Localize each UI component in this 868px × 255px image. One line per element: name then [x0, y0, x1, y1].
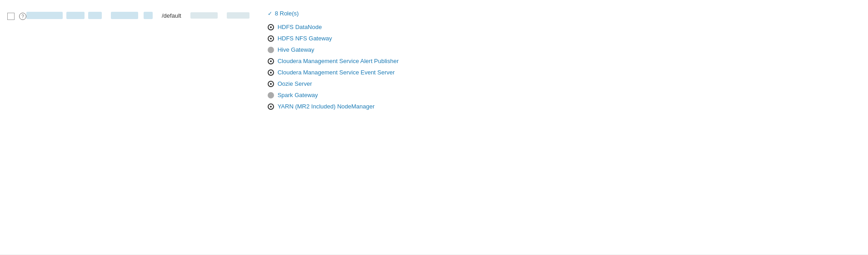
- blur-mid-1: [111, 12, 138, 19]
- blur-block-1: [26, 12, 63, 19]
- help-icon[interactable]: ?: [19, 13, 26, 20]
- middle-section: /default: [111, 5, 249, 19]
- role-label[interactable]: Spark Gateway: [278, 92, 318, 98]
- role-inactive-icon: [268, 92, 274, 98]
- blur-block-3: [88, 12, 102, 19]
- roles-header[interactable]: ✓ 8 Role(s): [268, 10, 861, 17]
- role-active-icon: [268, 58, 274, 64]
- role-label[interactable]: YARN (MR2 Included) NodeManager: [278, 103, 375, 110]
- role-item[interactable]: HDFS DataNode: [268, 21, 861, 33]
- role-label[interactable]: HDFS NFS Gateway: [278, 35, 332, 42]
- role-active-icon: [268, 24, 274, 30]
- host-row: ? /default ✓ 8 Role(s) HDFS DataNodeHDFS…: [0, 0, 868, 255]
- role-active-icon: [268, 81, 274, 87]
- role-item[interactable]: Hive Gateway: [268, 44, 861, 55]
- role-item[interactable]: HDFS NFS Gateway: [268, 33, 861, 44]
- roles-count: 8 Role(s): [275, 10, 299, 17]
- role-item[interactable]: Cloudera Management Service Event Server: [268, 67, 861, 78]
- blur-block-2: [66, 12, 85, 19]
- left-controls: ?: [7, 5, 26, 20]
- roles-section: ✓ 8 Role(s) HDFS DataNodeHDFS NFS Gatewa…: [249, 5, 861, 112]
- role-active-icon: [268, 35, 274, 42]
- blur-right-2: [227, 12, 249, 19]
- blur-mid-2: [144, 12, 153, 19]
- roles-list: HDFS DataNodeHDFS NFS GatewayHive Gatewa…: [268, 21, 861, 112]
- row-checkbox[interactable]: [7, 13, 15, 20]
- role-item[interactable]: Cloudera Management Service Alert Publis…: [268, 55, 861, 67]
- role-active-icon: [268, 103, 274, 110]
- role-label[interactable]: Oozie Server: [278, 80, 312, 87]
- role-active-icon: [268, 69, 274, 76]
- role-label[interactable]: HDFS DataNode: [278, 24, 322, 30]
- role-label[interactable]: Cloudera Management Service Event Server: [278, 69, 395, 76]
- blur-right-1: [190, 12, 218, 19]
- role-inactive-icon: [268, 47, 274, 53]
- role-item[interactable]: Spark Gateway: [268, 89, 861, 101]
- role-label[interactable]: Cloudera Management Service Alert Publis…: [278, 58, 399, 64]
- role-item[interactable]: Oozie Server: [268, 78, 861, 89]
- host-path: /default: [162, 12, 181, 19]
- chevron-down-icon: ✓: [268, 10, 272, 17]
- host-info-blocks: [26, 5, 102, 19]
- role-item[interactable]: YARN (MR2 Included) NodeManager: [268, 101, 861, 112]
- role-label[interactable]: Hive Gateway: [278, 46, 314, 53]
